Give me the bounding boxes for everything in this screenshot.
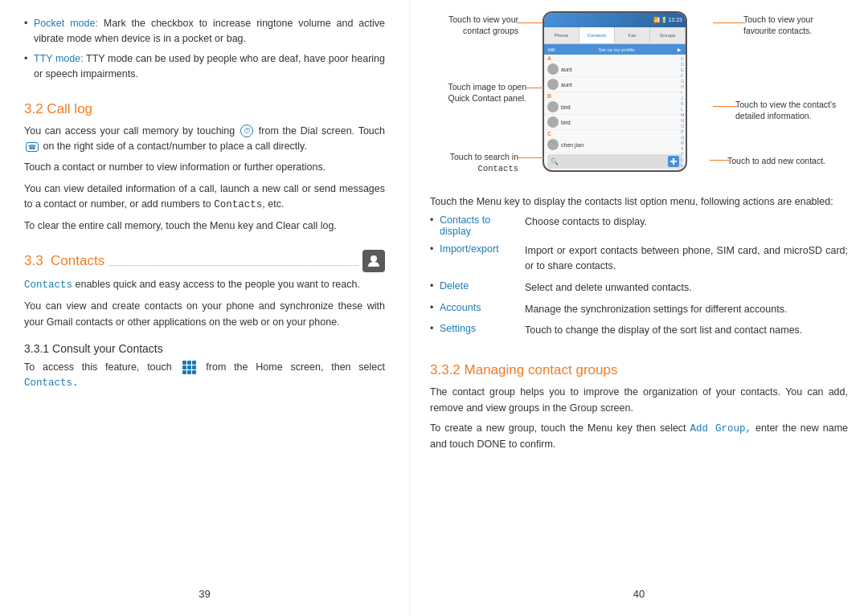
arrow-top-right [713,22,745,23]
section-33-header: 3.3 Contacts [24,250,385,272]
bullet-pocket: Pocket mode: Mark the checkbox to increa… [24,16,385,47]
phone-contact-aunt1: aunt [544,62,686,77]
phone-avatar-4 [547,116,559,128]
phone-tab-fav: Fav [615,27,650,43]
phone-diagram: Touch to view yourcontact groups Touch t… [430,11,848,188]
phone-status-bar: 📶🔋13:23 [544,13,686,27]
section-32-para3: You can view detailed information of a c… [24,182,385,214]
phone-frame-wrapper: 📶🔋13:23 Phone Contacts Fav Groups ME Set… [542,11,687,172]
phone-avatar-5 [547,139,559,150]
section-33-para1: Contacts enables quick and easy access t… [24,277,385,293]
phone-tabs: Phone Contacts Fav Groups [544,27,686,44]
page-number-left: 39 [24,580,385,600]
section-32-heading: 3.2 Call log [24,101,385,117]
phone-contact-chen: chen jian [544,137,686,153]
phone-avatar-3 [547,101,559,112]
bullet-tty: TTY mode: TTY mode can be used by people… [24,51,385,83]
svg-point-4 [551,119,555,123]
menu-row-import-export: Import/export Import or export contacts … [430,243,848,274]
phone-contact-bird2: bird [544,115,686,130]
phone-tab-phone: Phone [544,27,579,43]
phone-section-c: C [544,130,686,137]
phone-search-icon: 🔍 [551,158,559,165]
section-331: 3.3.1 Consult your Contacts To access th… [24,336,385,398]
arrow-bot-left [517,157,544,158]
page-right: Touch to view yourcontact groups Touch t… [410,0,868,616]
grid-icon [182,361,196,374]
arrow-bot-right [710,160,729,161]
svg-point-2 [551,81,555,85]
menu-row-delete: Delete Select and delete unwanted contac… [430,280,848,296]
arrow-mid-right [713,106,737,107]
phone-tab-groups: Groups [650,27,686,43]
menu-row-accounts: Accounts Manage the synchronization sett… [430,302,848,317]
dots-separator [108,256,358,266]
page-number-right: 40 [430,580,848,600]
section-33-number: 3.3 [24,253,51,269]
callout-top-right: Touch to view yourfavourite contacts. [743,14,848,36]
section-332: 3.3.2 Managing contact groups The contac… [430,354,848,458]
phone-screen: 📶🔋13:23 Phone Contacts Fav Groups ME Set… [542,11,687,172]
svg-point-1 [551,66,555,70]
section-33: 3.3 Contacts Contacts enables quick and … [24,240,385,336]
right-intro-text: Touch the Menu key to display the contac… [430,194,848,210]
phone-avatar-2 [547,79,559,90]
section-32-para1: You can access your call memory by touch… [24,124,385,155]
callout-bot-left: Touch to search inContacts [430,152,518,174]
page-left: Pocket mode: Mark the checkbox to increa… [0,0,410,616]
phone-section-a: A [544,55,686,62]
callout-mid-right: Touch to view the contact'sdetailed info… [735,100,848,121]
section-331-heading: 3.3.1 Consult your Contacts [24,342,385,355]
phone-contact-aunt2: aunt [544,77,686,92]
phone-add-btn [668,156,679,167]
menu-row-contacts-display: Contacts todisplay Choose contacts to di… [430,214,848,237]
section-32-para2: Touch a contact or number to view inform… [24,160,385,175]
callout-top-left: Touch to view yourcontact groups [430,14,518,36]
phone-avatar-1 [547,63,559,75]
phone-tab-contacts: Contacts [579,27,615,43]
phone-me-row: ME Set up my profile ▶ [544,44,686,55]
callout-mid-left: Touch image to openQuick Contact panel. [430,82,526,104]
section-332-para2: To create a new group, touch the Menu ke… [430,421,848,453]
section-33-title: Contacts [51,253,104,269]
section-331-para: To access this feature, touch from the H… [24,360,385,392]
phone-alphabet-sidebar: ABC DEF GHI JKL MNO PQR STU VWX YZ# [680,43,686,172]
section-32: 3.2 Call log You can access your call me… [24,93,385,240]
section-332-para1: The contact group helps you to improve t… [430,385,848,416]
section-32-para4: To clear the entire call memory, touch t… [24,218,385,234]
phone-contact-bird1: bird [544,100,686,115]
menu-row-settings: Settings Touch to change the display of … [430,323,848,338]
section-33-para2: You can view and create contacts on your… [24,299,385,330]
section-332-heading: 3.3.2 Managing contact groups [430,362,848,378]
svg-point-5 [551,141,555,145]
menu-items-list: Contacts todisplay Choose contacts to di… [430,214,848,345]
arrow-mid-left [525,88,544,88]
phone-section-b: B [544,92,686,100]
svg-point-0 [371,255,377,262]
svg-point-3 [551,104,555,108]
phone-search-bar: 🔍 [547,154,682,169]
intro-bullets: Pocket mode: Mark the checkbox to increa… [24,16,385,87]
callout-bot-right: Touch to add new contact. [727,156,848,167]
contacts-icon [362,250,385,272]
